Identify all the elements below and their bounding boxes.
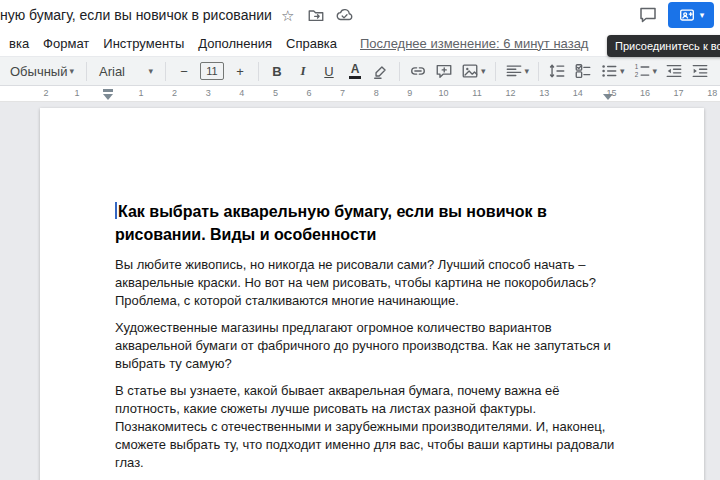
ruler-number: 17 [674, 88, 684, 98]
ruler-number: 13 [539, 88, 549, 98]
last-edited-link[interactable]: Последнее изменение: 6 минут назад [360, 36, 588, 51]
toolbar-separator [86, 62, 87, 81]
ruler-number: 10 [438, 88, 448, 98]
insert-link-icon[interactable] [406, 59, 430, 83]
ruler[interactable]: 21123456789101112131415161718 [0, 86, 720, 102]
menu-item[interactable]: вка [2, 33, 36, 54]
chevron-down-icon: ▾ [481, 67, 486, 76]
ruler-number: 2 [43, 88, 48, 98]
checklist-icon[interactable] [571, 59, 595, 83]
ruler-number: 1 [74, 88, 79, 98]
titlebar-right-actions: ▾ [632, 2, 714, 28]
ruler-number: 14 [573, 88, 583, 98]
bold-button[interactable]: B [265, 59, 289, 83]
font-size-input[interactable]: 11 [200, 62, 224, 80]
numbered-list-icon[interactable]: 1 2 ▾ [630, 59, 661, 83]
align-left-icon[interactable]: ▾ [502, 59, 533, 83]
decrease-font-size-button[interactable]: − [172, 59, 196, 83]
increase-font-size-button[interactable]: + [228, 59, 252, 83]
ruler-number: 3 [206, 88, 211, 98]
ruler-number: 5 [273, 88, 278, 98]
doc-body: Вы любите живопись, но никогда не рисова… [115, 256, 615, 480]
toolbar-separator [495, 62, 496, 81]
cloud-status-icon[interactable] [332, 3, 356, 27]
move-folder-icon[interactable] [304, 3, 328, 27]
toolbar-separator [538, 62, 539, 81]
menu-bar-items: вкаФорматИнструментыДополненияСправка [2, 33, 344, 54]
chevron-down-icon: ▾ [525, 67, 530, 76]
menu-item[interactable]: Инструменты [96, 33, 191, 54]
first-line-indent-marker[interactable] [103, 89, 113, 92]
ruler-number: 4 [239, 88, 244, 98]
titlebar: ную бумагу, если вы новичок в рисовании … [0, 0, 720, 30]
chevron-down-icon: ▾ [148, 67, 153, 76]
toolbar-separator [258, 62, 259, 81]
ruler-number: 11 [472, 88, 481, 98]
italic-button[interactable]: I [291, 59, 315, 83]
toolbar-separator [399, 62, 400, 81]
underline-button[interactable]: U [317, 59, 341, 83]
paragraph[interactable]: Художественные магазины предлагают огром… [115, 319, 615, 373]
ruler-number: 8 [374, 88, 379, 98]
paragraph-style-value: Обычный [10, 64, 67, 79]
comments-icon[interactable] [636, 3, 660, 27]
ruler-number: 15 [606, 88, 616, 98]
ruler-number: 7 [340, 88, 345, 98]
toolbar-separator [165, 62, 166, 81]
line-spacing-icon[interactable] [545, 59, 569, 83]
text-cursor [115, 202, 117, 219]
ruler-number: 12 [506, 88, 516, 98]
ruler-number: 9 [407, 88, 412, 98]
paragraph[interactable]: Вы любите живопись, но никогда не рисова… [115, 256, 615, 310]
join-call-button[interactable]: ▾ [668, 2, 714, 28]
svg-text:1: 1 [634, 63, 638, 70]
toolbar: Обычный ▾ Arial ▾ − 11 + B I U A [0, 56, 720, 86]
ruler-number: 18 [707, 88, 717, 98]
menu-item[interactable]: Справка [279, 33, 344, 54]
page[interactable]: Как выбрать акварельную бумагу, если вы … [40, 108, 704, 480]
chevron-down-icon: ▾ [620, 67, 625, 76]
document-title[interactable]: ную бумагу, если вы новичок в рисовании [0, 7, 272, 23]
font-selector[interactable]: Arial ▾ [93, 59, 159, 83]
text-color-button[interactable]: A [343, 59, 367, 83]
text-color-letter: A [351, 63, 360, 75]
google-docs-window: ную бумагу, если вы новичок в рисовании … [0, 0, 720, 480]
highlight-color-icon[interactable] [369, 59, 393, 83]
star-icon[interactable]: ☆ [276, 3, 300, 27]
menu-item[interactable]: Дополнения [191, 33, 279, 54]
document-canvas[interactable]: Как выбрать акварельную бумагу, если вы … [0, 102, 720, 480]
ruler-number: 6 [306, 88, 311, 98]
paragraph[interactable]: В статье вы узнаете, какой бывает акваре… [115, 382, 615, 472]
join-call-tooltip: Присоединитесь к вс [607, 35, 720, 57]
left-indent-marker[interactable] [103, 94, 113, 100]
chevron-down-icon: ▾ [69, 67, 74, 76]
decrease-indent-icon[interactable] [662, 59, 686, 83]
menu-item[interactable]: Формат [36, 33, 96, 54]
ruler-number: 2 [172, 88, 177, 98]
text-color-bar [349, 76, 361, 79]
chevron-down-icon: ▾ [653, 67, 658, 76]
bulleted-list-icon[interactable]: ▾ [597, 59, 628, 83]
insert-image-icon[interactable]: ▾ [458, 59, 489, 83]
document-heading[interactable]: Как выбрать акварельную бумагу, если вы … [115, 200, 615, 246]
ruler-number: 16 [640, 88, 650, 98]
paragraph-style-selector[interactable]: Обычный ▾ [4, 59, 80, 83]
heading-text: Как выбрать акварельную бумагу, если вы … [115, 203, 547, 243]
svg-text:2: 2 [634, 71, 638, 78]
chevron-down-icon[interactable]: ▾ [700, 11, 705, 20]
increase-indent-icon[interactable] [688, 59, 712, 83]
add-comment-icon[interactable] [432, 59, 456, 83]
font-value: Arial [99, 64, 125, 79]
ruler-number: 1 [138, 88, 143, 98]
